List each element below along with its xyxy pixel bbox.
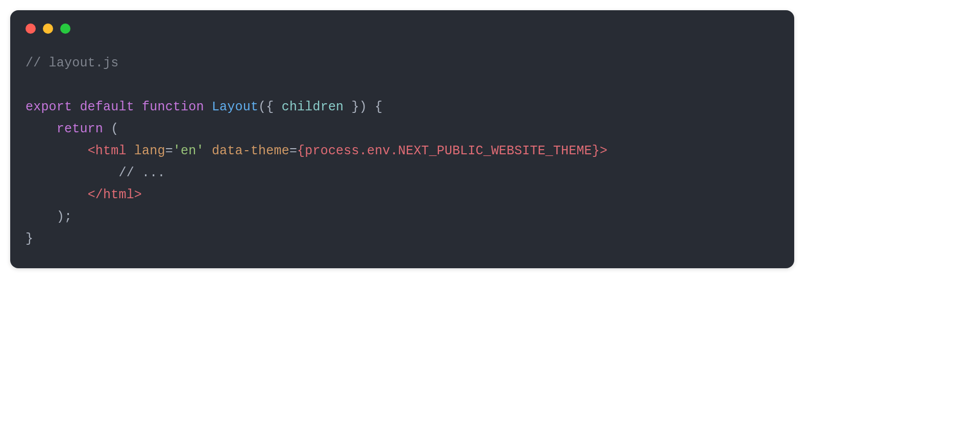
destruct-brace: } [344,100,359,114]
attr-data-theme: data-theme [212,144,289,158]
indent [26,188,88,202]
tag-html-close: html [103,188,134,202]
jsx-brace: { [297,144,305,158]
jsx-brace: } [592,144,600,158]
brace: { [367,100,382,114]
tag-bracket: < [88,144,95,158]
paren: ) [359,100,367,114]
traffic-light-maximize-icon[interactable] [60,24,70,34]
tag-bracket: > [134,188,142,202]
indent [26,122,57,136]
indent [26,209,57,224]
brace-close: } [26,231,33,246]
window-titlebar [10,10,794,34]
traffic-light-minimize-icon[interactable] [43,24,53,34]
tag-bracket: > [600,144,607,158]
indent [26,166,118,180]
code-body: // layout.js export default function Lay… [10,34,794,268]
string-en: 'en' [173,144,204,158]
code-comment: // layout.js [26,56,118,71]
eq: = [289,144,297,158]
eq: = [165,144,173,158]
traffic-light-close-icon[interactable] [26,24,36,34]
indent [26,144,88,158]
tag-bracket: </ [88,188,103,202]
attr-lang: lang [134,144,165,158]
param-children: children [282,100,344,114]
paren-close: ); [57,209,72,224]
paren: ( [103,122,118,136]
code-comment-inline: // ... [118,166,165,180]
keyword-export: export [26,100,72,114]
paren: ( [258,100,266,114]
keyword-function: function [142,100,204,114]
code-window: // layout.js export default function Lay… [10,10,794,268]
destruct-brace: { [266,100,281,114]
tag-html: html [95,144,127,158]
jsx-expression: process.env.NEXT_PUBLIC_WEBSITE_THEME [305,144,592,158]
keyword-default: default [80,100,134,114]
function-name: Layout [212,100,258,114]
keyword-return: return [57,122,103,136]
